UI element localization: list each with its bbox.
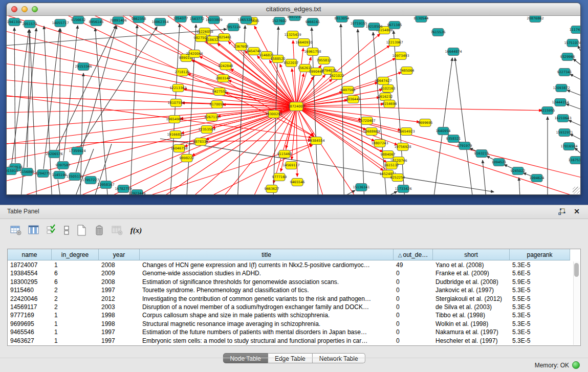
table-cell[interactable]: Tibbo et al. (1998) <box>433 311 510 319</box>
table-cell[interactable]: 9777169 <box>8 311 52 319</box>
table-cell[interactable]: 49 <box>394 261 433 269</box>
table-cell[interactable]: 2003 <box>99 303 140 311</box>
column-header-out_de[interactable]: △out_de… <box>394 249 433 260</box>
select-columns-icon[interactable] <box>45 224 58 237</box>
table-cell[interactable]: Jankovic et al. (1997) <box>433 286 510 294</box>
table-cell[interactable]: 1997 <box>99 286 140 294</box>
show-columns-icon[interactable] <box>27 224 40 237</box>
table-cell[interactable]: Stergiakouli et al. (2012) <box>433 295 510 303</box>
delete-column-icon[interactable] <box>93 224 106 237</box>
table-cell[interactable]: Changes of HCN gene expression and I(f) … <box>140 261 394 269</box>
close-button[interactable] <box>11 6 17 12</box>
table-cell[interactable]: 2 <box>52 295 99 303</box>
table-cell[interactable]: 5.3E-5 <box>510 337 570 345</box>
table-cell[interactable]: 0 <box>394 303 433 311</box>
table-cell[interactable]: 9115460 <box>8 286 52 294</box>
table-cell[interactable]: 0 <box>394 286 433 294</box>
table-row[interactable]: 946554611997Estimation of the future num… <box>8 328 573 336</box>
table-cell[interactable]: Dudbridge et al. (2008) <box>433 278 510 286</box>
vertical-scrollbar[interactable] <box>573 261 580 345</box>
table-cell[interactable]: 0 <box>394 320 433 328</box>
column-header-title[interactable]: title <box>140 249 394 260</box>
table-cell[interactable]: 5.9E-5 <box>510 278 570 286</box>
table-cell[interactable]: Estimation of significance thresholds fo… <box>140 278 394 286</box>
table-cell[interactable]: 6 <box>52 278 99 286</box>
table-cell[interactable]: 22420046 <box>8 295 52 303</box>
function-builder-icon[interactable]: f(x) <box>128 224 144 237</box>
table-cell[interactable]: Estimation of the future numbers of pati… <box>140 328 394 336</box>
float-window-icon[interactable] <box>558 208 565 215</box>
table-cell[interactable]: 0 <box>394 311 433 319</box>
table-row[interactable]: 969969511998Structural magnetic resonanc… <box>8 320 573 328</box>
table-cell[interactable]: 5.6E-5 <box>510 269 570 277</box>
table-row[interactable]: 1872400712008Changes of HCN gene express… <box>8 261 573 269</box>
table-cell[interactable]: 2008 <box>99 261 140 269</box>
table-cell[interactable]: Yano et al. (2008) <box>433 261 510 269</box>
table-row[interactable]: 946362711997Embryonic stem cells: a mode… <box>8 337 573 345</box>
table-cell[interactable]: 2 <box>52 303 99 311</box>
table-cell[interactable]: 0 <box>394 328 433 336</box>
table-row[interactable]: 1938455462009Genome-wide association stu… <box>8 269 573 277</box>
table-cell[interactable]: 9699695 <box>8 320 52 328</box>
column-header-short[interactable]: short <box>433 249 510 260</box>
table-cell[interactable]: 1 <box>52 320 99 328</box>
table-cell[interactable]: Embryonic stem cells: a model to study s… <box>140 337 394 345</box>
table-cell[interactable]: 9463627 <box>8 337 52 345</box>
table-cell[interactable]: Hescheler et al. (1997) <box>433 337 510 345</box>
create-column-icon[interactable] <box>75 224 88 237</box>
column-header-name[interactable]: name <box>8 249 52 260</box>
table-cell[interactable]: Nakamura et al. (1997) <box>433 328 510 336</box>
network-canvas[interactable]: 1872400798901222242004627181201221336318… <box>7 16 580 194</box>
table-cell[interactable]: 1998 <box>99 311 140 319</box>
table-row[interactable]: 977716911998Corpus callosum shape and si… <box>8 311 573 319</box>
table-cell[interactable]: 0 <box>394 269 433 277</box>
zoom-button[interactable] <box>32 6 38 12</box>
table-cell[interactable]: 2 <box>52 286 99 294</box>
table-cell[interactable]: 18300295 <box>8 278 52 286</box>
resize-grip-icon[interactable] <box>573 187 580 194</box>
column-header-in_degree[interactable]: in_degree <box>52 249 99 260</box>
table-row[interactable]: 911546021997Tourette syndrome. Phenomeno… <box>8 286 573 294</box>
table-cell[interactable]: 5.3E-5 <box>510 328 570 336</box>
table-cell[interactable]: Disruption of a novel member of a sodium… <box>140 303 394 311</box>
table-cell[interactable]: 0 <box>394 337 433 345</box>
table-cell[interactable]: 1997 <box>99 337 140 345</box>
minimize-button[interactable] <box>21 6 28 12</box>
table-cell[interactable]: 2009 <box>99 269 140 277</box>
table-cell[interactable]: Corpus callosum shape and size in male p… <box>140 311 394 319</box>
table-cell[interactable]: 6 <box>52 269 99 277</box>
table-cell[interactable]: 5.3E-5 <box>510 261 570 269</box>
table-cell[interactable]: 5.3E-5 <box>510 286 570 294</box>
table-cell[interactable]: 0 <box>394 295 433 303</box>
table-row[interactable]: 2242004622012Investigating the contribut… <box>8 295 573 303</box>
table-cell[interactable]: 14569117 <box>8 303 52 311</box>
table-cell[interactable]: 1997 <box>99 328 140 336</box>
table-cell[interactable]: 2008 <box>99 278 140 286</box>
table-cell[interactable]: 1 <box>52 261 99 269</box>
close-panel-icon[interactable]: ✕ <box>574 207 580 215</box>
table-cell[interactable]: Wolkin et al. (1998) <box>433 320 510 328</box>
table-cell[interactable]: 1 <box>52 311 99 319</box>
table-cell[interactable]: 18724007 <box>8 261 52 269</box>
network-window-titlebar[interactable]: citations_edges.txt <box>7 3 580 16</box>
table-cell[interactable]: 19384554 <box>8 269 52 277</box>
table-row[interactable]: 1830029562008Estimation of significance … <box>8 278 573 286</box>
table-cell[interactable]: 5.3E-5 <box>510 311 570 319</box>
table-cell[interactable]: 0 <box>394 278 433 286</box>
table-cell[interactable]: 1998 <box>99 320 140 328</box>
table-cell[interactable]: 1 <box>52 337 99 345</box>
table-cell[interactable]: Tourette syndrome. Phenomenology and cla… <box>140 286 394 294</box>
table-cell[interactable]: 9465546 <box>8 328 52 336</box>
row-height-icon[interactable] <box>63 224 70 237</box>
table-cell[interactable]: 2012 <box>99 295 140 303</box>
column-header-year[interactable]: year <box>99 249 140 260</box>
table-options-icon[interactable] <box>9 224 23 237</box>
scrollbar-thumb[interactable] <box>574 263 579 277</box>
table-cell[interactable]: Franke et al. (2009) <box>433 269 510 277</box>
table-cell[interactable]: Structural magnetic resonance image aver… <box>140 320 394 328</box>
table-cell[interactable]: 1 <box>52 328 99 336</box>
table-cell[interactable]: 5.3E-5 <box>510 303 570 311</box>
table-cell[interactable]: 5.3E-5 <box>510 320 570 328</box>
table-cell[interactable]: Investigating the contribution of common… <box>140 295 394 303</box>
column-header-pagerank[interactable]: pagerank <box>510 249 570 260</box>
